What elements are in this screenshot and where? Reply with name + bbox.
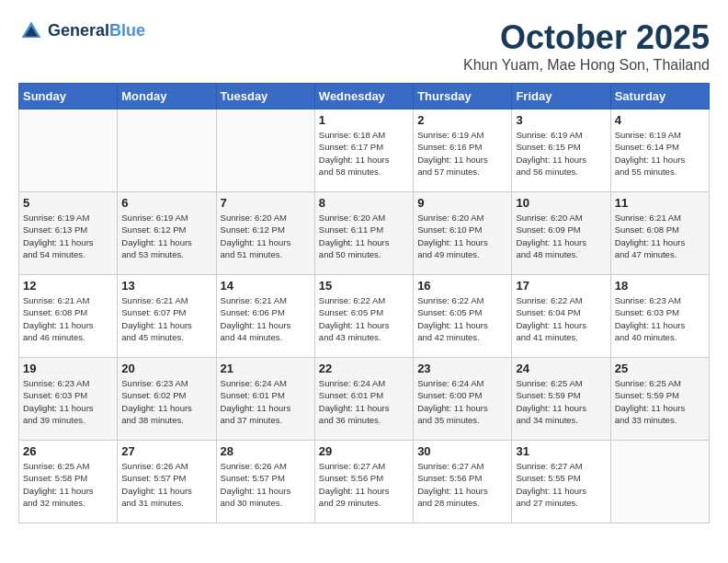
- day-number: 7: [221, 196, 311, 210]
- calendar-day-cell: 27Sunrise: 6:26 AM Sunset: 5:57 PM Dayli…: [118, 441, 216, 523]
- day-info: Sunrise: 6:21 AM Sunset: 6:07 PM Dayligh…: [121, 294, 211, 343]
- calendar-day-cell: 12Sunrise: 6:21 AM Sunset: 6:08 PM Dayli…: [19, 275, 118, 358]
- calendar-day-cell: 4Sunrise: 6:19 AM Sunset: 6:14 PM Daylig…: [610, 109, 709, 192]
- calendar-day-cell: 8Sunrise: 6:20 AM Sunset: 6:11 PM Daylig…: [314, 192, 413, 275]
- calendar-day-cell: 2Sunrise: 6:19 AM Sunset: 6:16 PM Daylig…: [414, 109, 512, 192]
- weekday-header-friday: Friday: [512, 84, 610, 109]
- day-info: Sunrise: 6:24 AM Sunset: 6:00 PM Dayligh…: [417, 377, 507, 426]
- calendar-empty-cell: [216, 109, 314, 192]
- day-info: Sunrise: 6:21 AM Sunset: 6:08 PM Dayligh…: [615, 212, 705, 260]
- day-info: Sunrise: 6:20 AM Sunset: 6:09 PM Dayligh…: [516, 212, 606, 260]
- calendar-day-cell: 24Sunrise: 6:25 AM Sunset: 5:59 PM Dayli…: [512, 358, 610, 441]
- day-number: 29: [319, 444, 409, 458]
- logo-icon: [18, 18, 44, 44]
- day-number: 2: [417, 113, 507, 127]
- calendar-week-row: 19Sunrise: 6:23 AM Sunset: 6:03 PM Dayli…: [19, 358, 710, 441]
- day-info: Sunrise: 6:22 AM Sunset: 6:05 PM Dayligh…: [319, 294, 409, 343]
- weekday-header-wednesday: Wednesday: [314, 84, 413, 109]
- day-info: Sunrise: 6:23 AM Sunset: 6:03 PM Dayligh…: [615, 294, 705, 343]
- day-info: Sunrise: 6:27 AM Sunset: 5:56 PM Dayligh…: [417, 460, 507, 509]
- calendar-week-row: 12Sunrise: 6:21 AM Sunset: 6:08 PM Dayli…: [19, 275, 710, 358]
- month-title: October 2025: [463, 18, 710, 57]
- day-number: 15: [319, 279, 409, 293]
- day-info: Sunrise: 6:18 AM Sunset: 6:17 PM Dayligh…: [319, 129, 409, 178]
- day-number: 20: [121, 362, 211, 375]
- calendar-week-row: 5Sunrise: 6:19 AM Sunset: 6:13 PM Daylig…: [19, 192, 710, 275]
- calendar-day-cell: 22Sunrise: 6:24 AM Sunset: 6:01 PM Dayli…: [314, 358, 413, 441]
- day-number: 13: [121, 279, 211, 293]
- day-number: 8: [319, 196, 409, 210]
- calendar-empty-cell: [118, 109, 216, 192]
- weekday-header-row: SundayMondayTuesdayWednesdayThursdayFrid…: [19, 84, 710, 109]
- calendar-day-cell: 28Sunrise: 6:26 AM Sunset: 5:57 PM Dayli…: [216, 441, 314, 523]
- day-info: Sunrise: 6:22 AM Sunset: 6:05 PM Dayligh…: [417, 294, 507, 343]
- calendar-day-cell: 17Sunrise: 6:22 AM Sunset: 6:04 PM Dayli…: [512, 275, 610, 358]
- calendar-table: SundayMondayTuesdayWednesdayThursdayFrid…: [18, 83, 710, 523]
- day-info: Sunrise: 6:19 AM Sunset: 6:16 PM Dayligh…: [417, 129, 507, 178]
- day-info: Sunrise: 6:25 AM Sunset: 5:59 PM Dayligh…: [516, 377, 606, 426]
- day-info: Sunrise: 6:21 AM Sunset: 6:08 PM Dayligh…: [23, 294, 113, 343]
- calendar-day-cell: 19Sunrise: 6:23 AM Sunset: 6:03 PM Dayli…: [19, 358, 118, 441]
- day-number: 5: [23, 196, 113, 210]
- calendar-day-cell: 31Sunrise: 6:27 AM Sunset: 5:55 PM Dayli…: [512, 441, 610, 523]
- day-number: 14: [221, 279, 311, 293]
- weekday-header-tuesday: Tuesday: [216, 84, 314, 109]
- calendar-day-cell: 15Sunrise: 6:22 AM Sunset: 6:05 PM Dayli…: [314, 275, 413, 358]
- day-number: 17: [516, 279, 606, 293]
- day-info: Sunrise: 6:23 AM Sunset: 6:03 PM Dayligh…: [23, 377, 113, 426]
- calendar-day-cell: 9Sunrise: 6:20 AM Sunset: 6:10 PM Daylig…: [414, 192, 512, 275]
- calendar-day-cell: 29Sunrise: 6:27 AM Sunset: 5:56 PM Dayli…: [314, 441, 413, 523]
- day-info: Sunrise: 6:27 AM Sunset: 5:56 PM Dayligh…: [319, 460, 409, 509]
- calendar-day-cell: 20Sunrise: 6:23 AM Sunset: 6:02 PM Dayli…: [118, 358, 216, 441]
- day-info: Sunrise: 6:20 AM Sunset: 6:10 PM Dayligh…: [417, 212, 507, 260]
- calendar-day-cell: 11Sunrise: 6:21 AM Sunset: 6:08 PM Dayli…: [610, 192, 709, 275]
- day-info: Sunrise: 6:20 AM Sunset: 6:12 PM Dayligh…: [221, 212, 311, 260]
- day-number: 9: [417, 196, 507, 210]
- day-info: Sunrise: 6:26 AM Sunset: 5:57 PM Dayligh…: [121, 460, 211, 509]
- calendar-day-cell: 13Sunrise: 6:21 AM Sunset: 6:07 PM Dayli…: [118, 275, 216, 358]
- calendar-day-cell: 30Sunrise: 6:27 AM Sunset: 5:56 PM Dayli…: [414, 441, 512, 523]
- calendar-day-cell: 1Sunrise: 6:18 AM Sunset: 6:17 PM Daylig…: [314, 109, 413, 192]
- day-info: Sunrise: 6:20 AM Sunset: 6:11 PM Dayligh…: [319, 212, 409, 260]
- day-info: Sunrise: 6:21 AM Sunset: 6:06 PM Dayligh…: [221, 294, 311, 343]
- calendar-day-cell: 18Sunrise: 6:23 AM Sunset: 6:03 PM Dayli…: [610, 275, 709, 358]
- day-number: 11: [615, 196, 705, 210]
- day-number: 4: [615, 113, 705, 127]
- calendar-day-cell: 14Sunrise: 6:21 AM Sunset: 6:06 PM Dayli…: [216, 275, 314, 358]
- day-number: 10: [516, 196, 606, 210]
- day-number: 31: [516, 444, 606, 458]
- calendar-day-cell: 10Sunrise: 6:20 AM Sunset: 6:09 PM Dayli…: [512, 192, 610, 275]
- title-area: October 2025 Khun Yuam, Mae Hong Son, Th…: [463, 18, 710, 74]
- page-header: GeneralBlue October 2025 Khun Yuam, Mae …: [18, 18, 710, 74]
- weekday-header-saturday: Saturday: [610, 84, 709, 109]
- day-number: 28: [221, 444, 311, 458]
- day-info: Sunrise: 6:19 AM Sunset: 6:15 PM Dayligh…: [516, 129, 606, 178]
- day-info: Sunrise: 6:19 AM Sunset: 6:13 PM Dayligh…: [23, 212, 113, 260]
- calendar-week-row: 26Sunrise: 6:25 AM Sunset: 5:58 PM Dayli…: [19, 441, 710, 523]
- day-number: 25: [615, 362, 705, 375]
- logo: GeneralBlue: [18, 18, 145, 44]
- weekday-header-thursday: Thursday: [414, 84, 512, 109]
- day-info: Sunrise: 6:27 AM Sunset: 5:55 PM Dayligh…: [516, 460, 606, 509]
- day-number: 21: [221, 362, 311, 375]
- day-number: 23: [417, 362, 507, 375]
- day-info: Sunrise: 6:22 AM Sunset: 6:04 PM Dayligh…: [516, 294, 606, 343]
- day-info: Sunrise: 6:25 AM Sunset: 5:58 PM Dayligh…: [23, 460, 113, 509]
- day-number: 16: [417, 279, 507, 293]
- day-number: 19: [23, 362, 113, 375]
- day-info: Sunrise: 6:25 AM Sunset: 5:59 PM Dayligh…: [615, 377, 705, 426]
- day-number: 3: [516, 113, 606, 127]
- day-number: 24: [516, 362, 606, 375]
- weekday-header-monday: Monday: [118, 84, 216, 109]
- calendar-day-cell: 21Sunrise: 6:24 AM Sunset: 6:01 PM Dayli…: [216, 358, 314, 441]
- logo-text: GeneralBlue: [48, 22, 145, 40]
- location-subtitle: Khun Yuam, Mae Hong Son, Thailand: [463, 57, 710, 74]
- day-info: Sunrise: 6:19 AM Sunset: 6:12 PM Dayligh…: [121, 212, 211, 260]
- calendar-day-cell: 7Sunrise: 6:20 AM Sunset: 6:12 PM Daylig…: [216, 192, 314, 275]
- calendar-empty-cell: [610, 441, 709, 523]
- day-number: 1: [319, 113, 409, 127]
- day-number: 12: [23, 279, 113, 293]
- day-number: 22: [319, 362, 409, 375]
- day-number: 18: [615, 279, 705, 293]
- calendar-week-row: 1Sunrise: 6:18 AM Sunset: 6:17 PM Daylig…: [19, 109, 710, 192]
